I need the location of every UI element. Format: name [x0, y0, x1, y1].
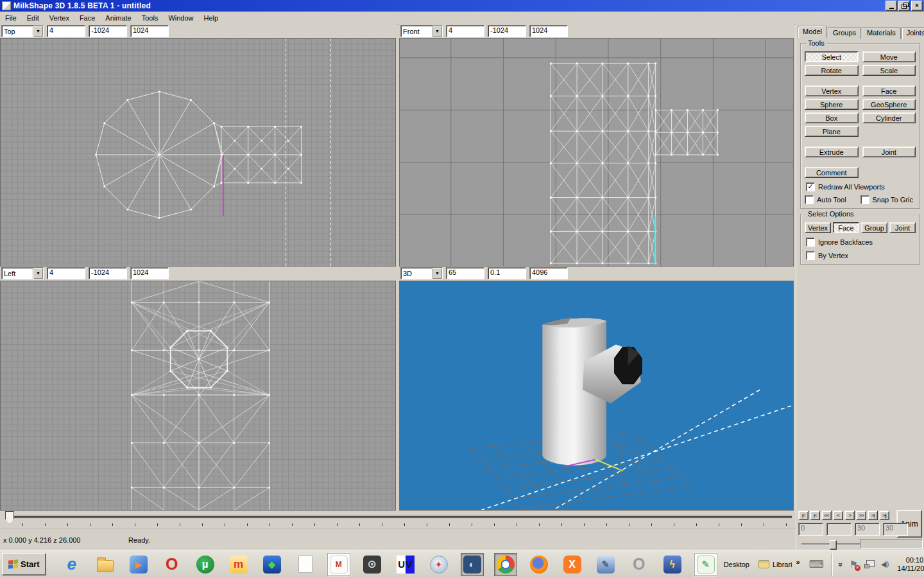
timeline-thumb[interactable]	[5, 511, 14, 524]
chevron-down-icon[interactable]: ▼	[432, 268, 442, 279]
rotate-tool-button[interactable]: Rotate	[805, 65, 859, 76]
chevron-down-icon[interactable]: ▼	[432, 26, 442, 37]
menu-item-animate[interactable]: Animate	[100, 13, 136, 23]
viewport-front-field-3[interactable]: 1024	[529, 25, 568, 37]
tab-materials[interactable]: Materials	[862, 27, 901, 39]
minimize-button[interactable]	[886, 1, 897, 11]
viewport-3d-canvas[interactable]	[399, 281, 794, 511]
joint-tool-button[interactable]: Joint	[862, 146, 916, 157]
tray-expand-icon[interactable]: »	[836, 562, 845, 566]
geosphere-tool-button[interactable]: GeoSphere	[862, 99, 916, 110]
viewport-front-field-1[interactable]: 4	[446, 25, 484, 37]
action-center-flag-icon[interactable]: ⚑✕	[849, 559, 857, 570]
fast-rewind-button[interactable]: <<	[821, 511, 832, 520]
ignore-backfaces-checkbox[interactable]	[806, 238, 815, 247]
snap-to-grid-checkbox[interactable]	[860, 195, 869, 204]
box-tool-button[interactable]: Box	[805, 112, 859, 123]
libraries-toolbar-button[interactable]: Librari	[756, 560, 795, 568]
last-frame-button[interactable]: >||	[879, 511, 889, 520]
scale-tool-button[interactable]: Scale	[862, 65, 916, 76]
extrude-tool-button[interactable]: Extrude	[805, 146, 859, 157]
timeline[interactable]	[0, 511, 796, 528]
viewport-left-field-1[interactable]: 4	[47, 267, 85, 279]
sphere-tool-button[interactable]: Sphere	[805, 99, 859, 110]
cylinder-tool-button[interactable]: Cylinder	[862, 112, 916, 123]
menu-item-face[interactable]: Face	[74, 13, 100, 23]
viewport-top-field-1[interactable]: 4	[47, 25, 85, 37]
notepad-plus-plus-icon[interactable]: ✎	[694, 553, 717, 576]
move-tool-button[interactable]: Move	[862, 51, 916, 62]
explorer-folder-icon[interactable]	[94, 553, 117, 576]
internet-explorer-icon[interactable]: e	[60, 553, 83, 576]
comment-button[interactable]: Comment	[805, 167, 859, 178]
clock[interactable]: 00:10 14/11/2013	[894, 556, 924, 573]
prev-key-button[interactable]: |<	[810, 511, 820, 520]
vertex-tool-button[interactable]: Vertex	[805, 85, 859, 96]
step-forward-button[interactable]: >	[844, 511, 855, 520]
viewport-left-canvas[interactable]	[0, 281, 396, 511]
notepad-document-icon[interactable]	[294, 553, 317, 576]
xampp-icon[interactable]: X	[561, 553, 584, 576]
media-player-icon[interactable]: ▶	[127, 553, 150, 576]
menu-item-file[interactable]: File	[0, 13, 22, 23]
anim-slider-thumb[interactable]	[830, 540, 837, 550]
viewport-front-type-dropdown[interactable]: Front ▼	[400, 25, 443, 37]
viewport-3d-field-3[interactable]: 4096	[529, 267, 568, 279]
viewport-top-field-3[interactable]: 1024	[130, 25, 169, 37]
select-group-button[interactable]: Group	[861, 222, 887, 233]
first-frame-button[interactable]: |<	[798, 511, 809, 520]
volume-icon[interactable]: ◀))	[881, 561, 888, 568]
photo-viewer-icon[interactable]: ◐	[461, 553, 484, 576]
tab-groups[interactable]: Groups	[828, 27, 861, 39]
restore-button[interactable]	[898, 1, 910, 11]
viewport-left-field-3[interactable]: 1024	[130, 267, 169, 279]
image-editor-icon[interactable]: ✎	[594, 553, 617, 576]
tab-model[interactable]: Model	[798, 26, 827, 38]
auto-tool-checkbox[interactable]	[805, 195, 814, 204]
chevron-down-icon[interactable]: ▼	[33, 268, 43, 279]
close-button[interactable]: ×	[911, 1, 923, 11]
current-frame-field[interactable]: 0	[798, 523, 823, 536]
start-button[interactable]: Start	[2, 553, 46, 575]
menu-item-tools[interactable]: Tools	[137, 13, 164, 23]
utorrent-icon[interactable]: µ	[194, 553, 217, 576]
menu-item-window[interactable]: Window	[163, 13, 198, 23]
viewport-top-type-dropdown[interactable]: Top ▼	[1, 25, 44, 37]
uv-mapper-icon[interactable]: UV	[394, 553, 417, 576]
viewport-3d-type-dropdown[interactable]: 3D ▼	[400, 267, 443, 279]
menu-item-vertex[interactable]: Vertex	[44, 13, 74, 23]
frame-field-2[interactable]	[826, 523, 851, 536]
timeline-track[interactable]	[6, 516, 792, 518]
select-tool-button[interactable]: Select	[805, 51, 859, 62]
viewport-3d-field-1[interactable]: 65	[446, 267, 484, 279]
fps-field[interactable]: 30	[883, 523, 908, 536]
safari-icon[interactable]: ✦	[427, 553, 450, 576]
viewport-top-field-2[interactable]: -1024	[89, 25, 127, 37]
step-back-button[interactable]: <	[833, 511, 843, 520]
anim-mini-slider[interactable]	[801, 540, 860, 548]
select-vertex-button[interactable]: Vertex	[805, 222, 831, 233]
desktop-toolbar-label[interactable]: Desktop	[717, 561, 756, 568]
network-icon[interactable]	[864, 560, 875, 568]
total-frames-field[interactable]: 30	[855, 523, 880, 536]
menu-item-help[interactable]: Help	[199, 13, 224, 23]
toolbar-overflow-chevron[interactable]: »	[795, 558, 804, 571]
viewport-left-field-2[interactable]: -1024	[89, 267, 127, 279]
viewport-left-type-dropdown[interactable]: Left ▼	[1, 267, 44, 279]
opera-classic-icon[interactable]: O	[628, 553, 651, 576]
milkshape-icon[interactable]: M	[327, 553, 350, 576]
keyboard-icon[interactable]: ⌨	[804, 558, 829, 570]
plane-tool-button[interactable]: Plane	[805, 126, 859, 137]
by-vertex-checkbox[interactable]	[806, 251, 815, 260]
steam-icon[interactable]: ⊙	[361, 553, 384, 576]
tab-joints[interactable]: Joints	[902, 27, 924, 39]
fast-forward-button[interactable]: >>	[856, 511, 866, 520]
remote-desktop-icon[interactable]: ϟ	[661, 553, 684, 576]
menu-item-edit[interactable]: Edit	[22, 13, 44, 23]
mirc-icon[interactable]: m	[227, 553, 250, 576]
opera-icon[interactable]: O	[160, 553, 184, 576]
redraw-all-viewports-checkbox[interactable]	[806, 182, 815, 191]
next-key-button[interactable]: >|	[868, 511, 878, 520]
viewport-3d-field-2[interactable]: 0.1	[488, 267, 526, 279]
select-joint-button[interactable]: Joint	[889, 222, 916, 233]
